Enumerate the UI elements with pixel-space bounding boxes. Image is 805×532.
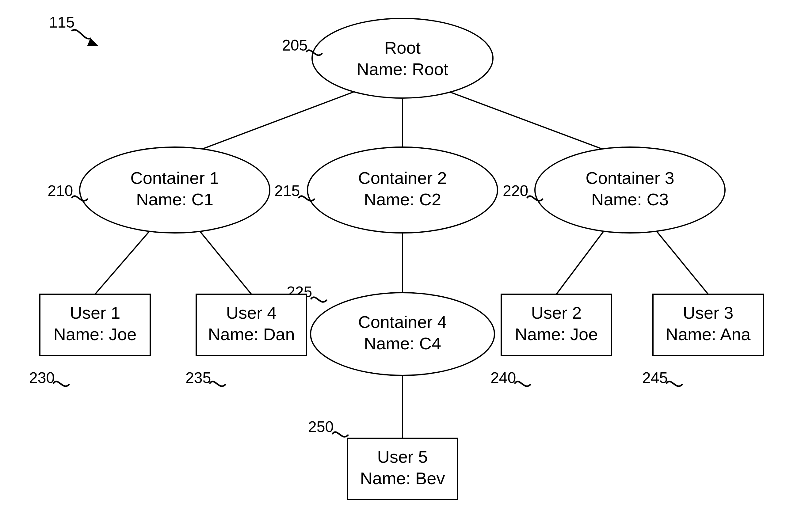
node-u1-squig [54, 382, 69, 386]
node-u4-ref: 235 [185, 369, 211, 386]
tree-diagram: 115 Root Name: Root 205 Container 1 Name… [0, 0, 805, 532]
edge-c1-u1 [95, 227, 153, 294]
node-u2-title: User 2 [531, 303, 582, 322]
node-u3-squig [667, 382, 682, 386]
node-u3-name: Name: Ana [666, 325, 751, 344]
node-u2-squig [515, 382, 530, 386]
node-c1-name: Name: C1 [136, 190, 213, 209]
node-u3-title: User 3 [683, 303, 734, 322]
node-u5-ref: 250 [308, 418, 334, 435]
node-u1-title: User 1 [70, 303, 120, 322]
node-u3-ref: 245 [642, 369, 668, 386]
edge-c3-u3 [653, 227, 708, 294]
edge-c3-u2 [556, 227, 607, 294]
node-u5-title: User 5 [377, 447, 428, 467]
node-u5-name: Name: Bev [360, 469, 445, 488]
node-u4-title: User 4 [226, 303, 277, 322]
node-c1-title: Container 1 [130, 168, 219, 188]
node-root [312, 18, 493, 98]
figure-ref-label: 115 [49, 14, 74, 31]
node-c3-name: Name: C3 [591, 190, 669, 209]
node-c2-ref: 215 [274, 182, 300, 200]
node-c4-name: Name: C4 [364, 334, 441, 353]
edge-c1-u4 [196, 227, 251, 294]
node-c3-title: Container 3 [585, 168, 674, 188]
node-u1-ref: 230 [29, 369, 55, 386]
node-u5-squig [333, 432, 348, 437]
node-c2-name: Name: C2 [364, 190, 441, 209]
node-u2-name: Name: Joe [515, 325, 598, 344]
node-c3-ref: 220 [503, 182, 528, 200]
figure-ref-arrow-line [72, 30, 90, 39]
node-u1-name: Name: Joe [54, 325, 137, 344]
node-root-ref: 205 [282, 37, 307, 54]
node-u4-squig [210, 382, 225, 386]
node-c4-squig [311, 297, 326, 302]
node-c1-ref: 210 [48, 182, 73, 200]
node-u2-ref: 240 [490, 369, 516, 386]
node-u4-name: Name: Dan [208, 325, 295, 344]
node-root-title: Root [385, 38, 421, 57]
node-c4-title: Container 4 [358, 312, 447, 331]
node-c2-title: Container 2 [358, 168, 447, 188]
node-root-name: Name: Root [357, 59, 448, 79]
